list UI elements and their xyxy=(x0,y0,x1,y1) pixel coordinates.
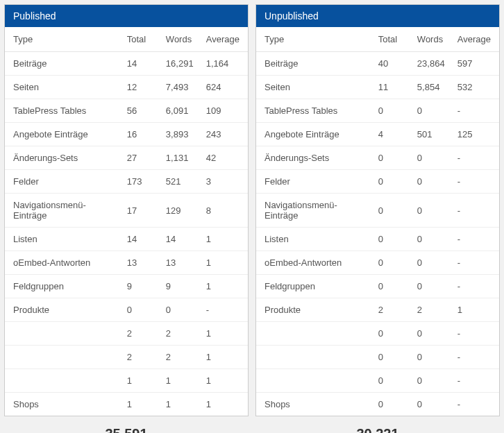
cell-type: Shops xyxy=(256,393,373,416)
table-row: Felder1735213 xyxy=(5,170,248,194)
summary-unpublished: 30,221 Unpublished Words xyxy=(255,422,500,433)
cell-total: 27 xyxy=(121,146,160,170)
table-row: Navigationsmenü-Einträge171298 xyxy=(5,194,248,228)
table-row: 221 xyxy=(5,322,248,346)
table-header-row: Type Total Words Average xyxy=(256,27,499,52)
table-row: oEmbed-Antworten13131 xyxy=(5,251,248,275)
cell-words: 1,131 xyxy=(160,146,201,170)
cell-type: Beiträge xyxy=(256,52,373,76)
cell-type: Angebote Einträge xyxy=(5,123,121,146)
cell-total: 17 xyxy=(121,194,160,228)
table-row: Feldgruppen991 xyxy=(5,275,248,298)
table-row: Seiten115,854532 xyxy=(256,76,499,99)
cell-type: Produkte xyxy=(256,298,373,322)
cell-total: 2 xyxy=(121,346,160,369)
table-published-body: Beiträge1416,2911,164Seiten127,493624Tab… xyxy=(5,52,248,416)
cell-words: 0 xyxy=(412,322,452,346)
cell-average: 1 xyxy=(201,251,248,275)
cell-type: Listen xyxy=(256,228,373,251)
cell-words: 5,854 xyxy=(412,76,452,99)
table-row: 00- xyxy=(256,346,499,369)
cell-type: Beiträge xyxy=(5,52,121,76)
cell-type: Felder xyxy=(5,170,121,194)
cell-average: - xyxy=(452,322,499,346)
cell-total: 13 xyxy=(121,251,160,275)
cell-total: 173 xyxy=(121,170,160,194)
cell-total: 0 xyxy=(373,275,412,298)
cell-average: 1 xyxy=(201,275,248,298)
col-type: Type xyxy=(256,27,373,52)
cell-total: 0 xyxy=(373,393,412,416)
cell-type: Shops xyxy=(5,393,121,416)
cell-total: 40 xyxy=(373,52,412,76)
cell-total: 0 xyxy=(373,170,412,194)
cell-words: 0 xyxy=(160,298,201,322)
cell-average: 1 xyxy=(201,322,248,346)
cell-type: Änderungs-Sets xyxy=(5,146,121,170)
cell-type: Feldgruppen xyxy=(5,275,121,298)
cell-type: Angebote Einträge xyxy=(256,123,373,146)
table-row: 00- xyxy=(256,369,499,393)
cell-type xyxy=(256,369,373,393)
cell-total: 12 xyxy=(121,76,160,99)
cell-type: Seiten xyxy=(256,76,373,99)
table-header-row: Type Total Words Average xyxy=(5,27,248,52)
table-row: Listen14141 xyxy=(5,228,248,251)
cell-words: 0 xyxy=(412,369,452,393)
table-row: Shops00- xyxy=(256,393,499,416)
cell-average: - xyxy=(452,346,499,369)
table-unpublished: Type Total Words Average Beiträge4023,86… xyxy=(256,27,499,416)
cell-words: 0 xyxy=(412,228,452,251)
cell-type: Listen xyxy=(5,228,121,251)
table-row: TablePress Tables00- xyxy=(256,99,499,123)
table-row: Navigationsmenü-Einträge00- xyxy=(256,194,499,228)
cell-words: 0 xyxy=(412,99,452,123)
col-total: Total xyxy=(121,27,160,52)
table-row: Shops111 xyxy=(5,393,248,416)
table-row: 00- xyxy=(256,322,499,346)
cell-type: Feldgruppen xyxy=(256,275,373,298)
cell-words: 521 xyxy=(160,170,201,194)
cell-type xyxy=(5,346,121,369)
cell-total: 2 xyxy=(373,298,412,322)
cell-total: 0 xyxy=(373,228,412,251)
cell-words: 9 xyxy=(160,275,201,298)
cell-words: 0 xyxy=(412,146,452,170)
cell-type: Änderungs-Sets xyxy=(256,146,373,170)
cell-type: oEmbed-Antworten xyxy=(5,251,121,275)
cell-average: 125 xyxy=(452,123,499,146)
cell-total: 1 xyxy=(121,369,160,393)
cell-words: 1 xyxy=(160,393,201,416)
table-row: TablePress Tables566,091109 xyxy=(5,99,248,123)
cell-type xyxy=(256,322,373,346)
cell-words: 7,493 xyxy=(160,76,201,99)
table-row: Angebote Einträge163,893243 xyxy=(5,123,248,146)
col-average: Average xyxy=(452,27,499,52)
table-row: Seiten127,493624 xyxy=(5,76,248,99)
table-row: 111 xyxy=(5,369,248,393)
cell-average: 624 xyxy=(201,76,248,99)
cell-type: Seiten xyxy=(5,76,121,99)
cell-words: 3,893 xyxy=(160,123,201,146)
cell-total: 0 xyxy=(373,346,412,369)
cell-total: 56 xyxy=(121,99,160,123)
cell-words: 0 xyxy=(412,170,452,194)
cell-type: Produkte xyxy=(5,298,121,322)
cell-words: 6,091 xyxy=(160,99,201,123)
cell-average: 42 xyxy=(201,146,248,170)
table-row: Produkte221 xyxy=(256,298,499,322)
cell-total: 9 xyxy=(121,275,160,298)
cell-total: 0 xyxy=(373,194,412,228)
cell-words: 0 xyxy=(412,346,452,369)
cell-total: 0 xyxy=(373,146,412,170)
cell-average: 532 xyxy=(452,76,499,99)
cell-words: 23,864 xyxy=(412,52,452,76)
table-row: Feldgruppen00- xyxy=(256,275,499,298)
cell-words: 0 xyxy=(412,194,452,228)
cell-average: - xyxy=(452,228,499,251)
summary-published: 35,591 Published Words xyxy=(4,422,249,433)
cell-average: - xyxy=(452,146,499,170)
cell-type xyxy=(256,346,373,369)
cell-type: Felder xyxy=(256,170,373,194)
table-row: Änderungs-Sets271,13142 xyxy=(5,146,248,170)
